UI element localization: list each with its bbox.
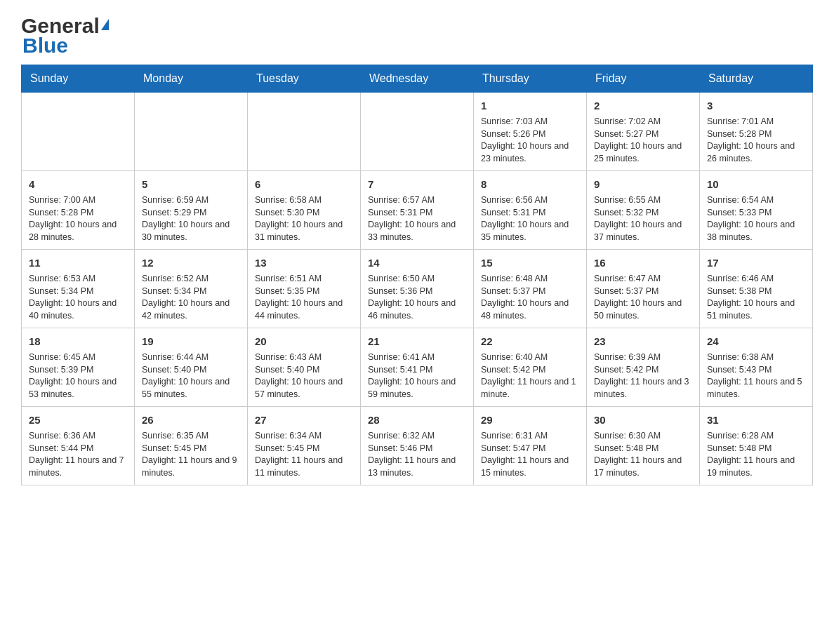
- calendar-week-5: 25Sunrise: 6:36 AMSunset: 5:44 PMDayligh…: [22, 407, 813, 485]
- day-info: Sunrise: 6:55 AMSunset: 5:32 PMDaylight:…: [594, 194, 692, 243]
- calendar-cell: 5Sunrise: 6:59 AMSunset: 5:29 PMDaylight…: [135, 171, 248, 250]
- calendar-cell: 13Sunrise: 6:51 AMSunset: 5:35 PMDayligh…: [248, 250, 361, 328]
- calendar-cell: 6Sunrise: 6:58 AMSunset: 5:30 PMDaylight…: [248, 171, 361, 250]
- day-number: 27: [255, 412, 353, 427]
- calendar-cell: [135, 93, 248, 171]
- calendar-cell: 9Sunrise: 6:55 AMSunset: 5:32 PMDaylight…: [587, 171, 700, 250]
- calendar-week-1: 1Sunrise: 7:03 AMSunset: 5:26 PMDaylight…: [22, 93, 813, 171]
- day-info: Sunrise: 6:36 AMSunset: 5:44 PMDaylight:…: [29, 430, 127, 479]
- day-info: Sunrise: 6:43 AMSunset: 5:40 PMDaylight:…: [255, 351, 353, 401]
- logo: General Blue: [21, 14, 109, 58]
- calendar-cell: 12Sunrise: 6:52 AMSunset: 5:34 PMDayligh…: [135, 250, 248, 328]
- logo-triangle-icon: [101, 19, 109, 30]
- calendar-cell: 3Sunrise: 7:01 AMSunset: 5:28 PMDaylight…: [700, 93, 813, 171]
- day-info: Sunrise: 6:46 AMSunset: 5:38 PMDaylight:…: [707, 273, 805, 322]
- day-info: Sunrise: 6:58 AMSunset: 5:30 PMDaylight:…: [255, 194, 353, 243]
- calendar-cell: 23Sunrise: 6:39 AMSunset: 5:42 PMDayligh…: [587, 328, 700, 407]
- day-info: Sunrise: 6:34 AMSunset: 5:45 PMDaylight:…: [255, 430, 353, 479]
- logo-blue: Blue: [22, 34, 68, 58]
- page-header: General Blue: [21, 14, 813, 58]
- calendar-cell: 14Sunrise: 6:50 AMSunset: 5:36 PMDayligh…: [361, 250, 474, 328]
- day-number: 16: [594, 255, 692, 270]
- calendar-cell: 10Sunrise: 6:54 AMSunset: 5:33 PMDayligh…: [700, 171, 813, 250]
- calendar-week-3: 11Sunrise: 6:53 AMSunset: 5:34 PMDayligh…: [22, 250, 813, 328]
- calendar-cell: 26Sunrise: 6:35 AMSunset: 5:45 PMDayligh…: [135, 407, 248, 485]
- calendar-cell: 31Sunrise: 6:28 AMSunset: 5:48 PMDayligh…: [700, 407, 813, 485]
- day-number: 7: [368, 177, 466, 192]
- day-info: Sunrise: 6:52 AMSunset: 5:34 PMDaylight:…: [142, 273, 240, 322]
- day-number: 10: [707, 177, 805, 192]
- calendar-cell: 30Sunrise: 6:30 AMSunset: 5:48 PMDayligh…: [587, 407, 700, 485]
- calendar-cell: 16Sunrise: 6:47 AMSunset: 5:37 PMDayligh…: [587, 250, 700, 328]
- calendar-cell: 8Sunrise: 6:56 AMSunset: 5:31 PMDaylight…: [474, 171, 587, 250]
- col-header-sunday: Sunday: [22, 65, 135, 93]
- day-info: Sunrise: 7:02 AMSunset: 5:27 PMDaylight:…: [594, 116, 692, 165]
- day-number: 19: [142, 334, 240, 349]
- day-number: 29: [481, 412, 579, 427]
- day-info: Sunrise: 6:48 AMSunset: 5:37 PMDaylight:…: [481, 273, 579, 322]
- day-info: Sunrise: 6:32 AMSunset: 5:46 PMDaylight:…: [368, 430, 466, 479]
- calendar-cell: 18Sunrise: 6:45 AMSunset: 5:39 PMDayligh…: [22, 328, 135, 407]
- day-info: Sunrise: 6:44 AMSunset: 5:40 PMDaylight:…: [142, 351, 240, 401]
- day-number: 1: [481, 98, 579, 113]
- calendar-cell: 27Sunrise: 6:34 AMSunset: 5:45 PMDayligh…: [248, 407, 361, 485]
- day-info: Sunrise: 6:35 AMSunset: 5:45 PMDaylight:…: [142, 430, 240, 479]
- day-info: Sunrise: 6:38 AMSunset: 5:43 PMDaylight:…: [707, 351, 805, 401]
- day-number: 15: [481, 255, 579, 270]
- day-number: 4: [29, 177, 127, 192]
- day-info: Sunrise: 6:30 AMSunset: 5:48 PMDaylight:…: [594, 430, 692, 479]
- calendar-week-2: 4Sunrise: 7:00 AMSunset: 5:28 PMDaylight…: [22, 171, 813, 250]
- day-number: 30: [594, 412, 692, 427]
- calendar-cell: [361, 93, 474, 171]
- day-info: Sunrise: 6:41 AMSunset: 5:41 PMDaylight:…: [368, 351, 466, 401]
- day-info: Sunrise: 6:50 AMSunset: 5:36 PMDaylight:…: [368, 273, 466, 322]
- day-info: Sunrise: 7:00 AMSunset: 5:28 PMDaylight:…: [29, 194, 127, 243]
- calendar-table: SundayMondayTuesdayWednesdayThursdayFrid…: [21, 65, 813, 485]
- calendar-cell: 4Sunrise: 7:00 AMSunset: 5:28 PMDaylight…: [22, 171, 135, 250]
- day-number: 12: [142, 255, 240, 270]
- day-info: Sunrise: 7:03 AMSunset: 5:26 PMDaylight:…: [481, 116, 579, 165]
- calendar-cell: [22, 93, 135, 171]
- calendar-cell: 7Sunrise: 6:57 AMSunset: 5:31 PMDaylight…: [361, 171, 474, 250]
- day-number: 5: [142, 177, 240, 192]
- col-header-friday: Friday: [587, 65, 700, 93]
- day-number: 31: [707, 412, 805, 427]
- calendar-cell: 17Sunrise: 6:46 AMSunset: 5:38 PMDayligh…: [700, 250, 813, 328]
- day-info: Sunrise: 6:28 AMSunset: 5:48 PMDaylight:…: [707, 430, 805, 479]
- calendar-cell: 20Sunrise: 6:43 AMSunset: 5:40 PMDayligh…: [248, 328, 361, 407]
- day-info: Sunrise: 6:45 AMSunset: 5:39 PMDaylight:…: [29, 351, 127, 401]
- day-info: Sunrise: 6:47 AMSunset: 5:37 PMDaylight:…: [594, 273, 692, 322]
- day-info: Sunrise: 6:31 AMSunset: 5:47 PMDaylight:…: [481, 430, 579, 479]
- calendar-cell: 22Sunrise: 6:40 AMSunset: 5:42 PMDayligh…: [474, 328, 587, 407]
- col-header-tuesday: Tuesday: [248, 65, 361, 93]
- calendar-cell: 25Sunrise: 6:36 AMSunset: 5:44 PMDayligh…: [22, 407, 135, 485]
- day-number: 11: [29, 255, 127, 270]
- col-header-monday: Monday: [135, 65, 248, 93]
- day-info: Sunrise: 6:56 AMSunset: 5:31 PMDaylight:…: [481, 194, 579, 243]
- day-number: 14: [368, 255, 466, 270]
- day-number: 28: [368, 412, 466, 427]
- calendar-cell: 19Sunrise: 6:44 AMSunset: 5:40 PMDayligh…: [135, 328, 248, 407]
- col-header-saturday: Saturday: [700, 65, 813, 93]
- day-number: 8: [481, 177, 579, 192]
- day-info: Sunrise: 6:39 AMSunset: 5:42 PMDaylight:…: [594, 351, 692, 401]
- col-header-wednesday: Wednesday: [361, 65, 474, 93]
- day-number: 3: [707, 98, 805, 113]
- day-number: 23: [594, 334, 692, 349]
- calendar-cell: 1Sunrise: 7:03 AMSunset: 5:26 PMDaylight…: [474, 93, 587, 171]
- day-number: 20: [255, 334, 353, 349]
- day-number: 24: [707, 334, 805, 349]
- calendar-cell: 21Sunrise: 6:41 AMSunset: 5:41 PMDayligh…: [361, 328, 474, 407]
- day-number: 6: [255, 177, 353, 192]
- day-number: 18: [29, 334, 127, 349]
- day-info: Sunrise: 6:57 AMSunset: 5:31 PMDaylight:…: [368, 194, 466, 243]
- calendar-cell: 24Sunrise: 6:38 AMSunset: 5:43 PMDayligh…: [700, 328, 813, 407]
- day-info: Sunrise: 6:54 AMSunset: 5:33 PMDaylight:…: [707, 194, 805, 243]
- day-number: 25: [29, 412, 127, 427]
- day-info: Sunrise: 6:53 AMSunset: 5:34 PMDaylight:…: [29, 273, 127, 322]
- calendar-week-4: 18Sunrise: 6:45 AMSunset: 5:39 PMDayligh…: [22, 328, 813, 407]
- calendar-cell: 15Sunrise: 6:48 AMSunset: 5:37 PMDayligh…: [474, 250, 587, 328]
- calendar-cell: 29Sunrise: 6:31 AMSunset: 5:47 PMDayligh…: [474, 407, 587, 485]
- day-info: Sunrise: 6:40 AMSunset: 5:42 PMDaylight:…: [481, 351, 579, 401]
- calendar-cell: [248, 93, 361, 171]
